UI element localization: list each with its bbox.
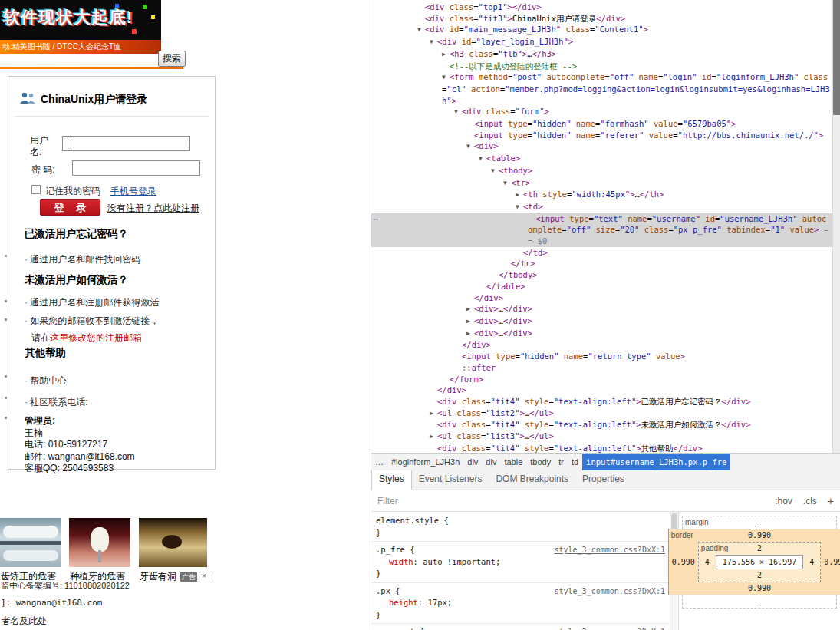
expand-arrow-icon[interactable]: ▶	[466, 304, 474, 315]
collapse-arrow-icon[interactable]: ▼	[491, 166, 499, 177]
collapse-arrow-icon[interactable]: ▼	[503, 178, 511, 190]
tree-node[interactable]: ▼<td>	[371, 201, 840, 213]
ad-image-braces[interactable]	[0, 518, 61, 567]
tree-node[interactable]: ▼<table>	[371, 153, 840, 165]
ad-image-cavity[interactable]	[139, 518, 207, 567]
help-center-link[interactable]: 帮助中心	[25, 374, 67, 388]
tree-node[interactable]: <div class="tit4" style="text-align:left…	[371, 443, 840, 453]
tree-node[interactable]: ▶<div>…</div>	[371, 315, 840, 328]
collapse-arrow-icon[interactable]: ▼	[417, 25, 425, 36]
mobile-login-link[interactable]: 手机号登录	[110, 185, 156, 198]
tree-node[interactable]: <div class="tit4" style="text-align:left…	[371, 419, 840, 430]
tab-dom-breakpoints[interactable]: DOM Breakpoints	[489, 470, 575, 490]
padding-top-value[interactable]: 2	[757, 544, 762, 552]
collapse-arrow-icon[interactable]: ▼	[442, 72, 450, 84]
tree-node[interactable]: </div>	[371, 384, 840, 396]
tree-node[interactable]: ▼<div id="layer_login_LJH3h">	[371, 36, 840, 48]
box-model-border[interactable]: border 0.990 0.990 padding 2	[668, 529, 840, 595]
tree-node[interactable]: <input type="hidden" name="referer" valu…	[371, 130, 840, 141]
filter-input[interactable]: Filter	[377, 496, 764, 506]
collapse-arrow-icon[interactable]: ▼	[516, 202, 523, 213]
toggle-hover-state-button[interactable]: :hov	[775, 496, 792, 506]
tree-node[interactable]: ▼<div>	[371, 140, 840, 153]
tab-styles[interactable]: Styles	[371, 470, 412, 490]
expand-arrow-icon[interactable]: ▶	[466, 328, 474, 340]
breadcrumb-item[interactable]: #loginform_LJH3h	[387, 454, 463, 470]
tab-properties[interactable]: Properties	[575, 470, 631, 490]
padding-right-value[interactable]: 4	[803, 558, 820, 566]
stylesheet-link[interactable]: style_3_common.css?DxX:1	[555, 585, 666, 598]
tab-event-listeners[interactable]: Event Listeners	[412, 470, 489, 490]
tree-node[interactable]: ▶<div>…</div>	[371, 303, 840, 315]
breadcrumb-item[interactable]: table	[500, 454, 526, 470]
tree-node[interactable]: <input type="hidden" name="return_type" …	[371, 351, 840, 362]
tree-node[interactable]: </div>	[371, 339, 840, 351]
tree-node[interactable]: ▼<div id="main_message_LJH3h" class="Con…	[371, 24, 840, 36]
collapse-arrow-icon[interactable]: ▼	[454, 107, 462, 118]
css-property[interactable]: width: auto !important;	[376, 556, 665, 569]
rule-selector[interactable]: .px {	[376, 585, 400, 598]
tree-node[interactable]: <div class="tit3">ChinaUnix用户请登录</div>	[371, 13, 840, 25]
stylesheet-link[interactable]: style_3_common.css?DxX:1	[555, 626, 666, 630]
scrollbar-thumb[interactable]	[833, 0, 840, 115]
tree-node[interactable]: ▶<div>…</div>	[371, 328, 840, 340]
tree-node[interactable]: </div>	[371, 292, 840, 304]
breadcrumb-item[interactable]: input#username_LJH3h.px.p_fre	[582, 454, 730, 470]
expand-arrow-icon[interactable]: ▶	[516, 190, 523, 201]
tree-node[interactable]: </tbody>	[371, 269, 840, 281]
search-button[interactable]: 搜索	[158, 51, 186, 67]
ad-caption-text[interactable]: 牙齿有洞	[140, 570, 176, 583]
border-left-value[interactable]: 0.990	[669, 558, 698, 566]
expand-arrow-icon[interactable]: ▶	[442, 49, 450, 61]
tree-node[interactable]: ▶<ul class="list3">…</ul>	[371, 430, 840, 443]
modify-email-link[interactable]: 这里修改您的注册邮箱	[50, 332, 142, 343]
breadcrumb-item[interactable]: tr	[555, 454, 568, 470]
tree-node[interactable]: ▼<tr>	[371, 177, 840, 190]
margin-top-value[interactable]: -	[757, 518, 762, 526]
tree-node[interactable]: <input type="hidden" name="formhash" val…	[371, 118, 840, 130]
tree-node[interactable]: <input type="text" name="username" id="u…	[371, 213, 840, 247]
box-model-margin[interactable]: margin - border 0.990 0.990	[682, 516, 837, 609]
ad-close-icon[interactable]: ×	[199, 572, 209, 582]
elements-scrollbar[interactable]	[832, 0, 840, 453]
tree-node[interactable]: ▼<form method="post" autocomplete="off" …	[371, 71, 840, 106]
tree-node[interactable]: </tr>	[371, 258, 840, 269]
tree-node[interactable]: ▼<tbody>	[371, 165, 840, 177]
username-input[interactable]	[62, 136, 190, 151]
box-model-padding[interactable]: padding 2 4 175.556 × 16.997 4 2	[698, 542, 821, 582]
ad-banner[interactable]: 软件现状大起底! 动:精美图书随 / DTCC大会纪念T恤	[0, 0, 161, 54]
tree-node[interactable]: ::after	[371, 362, 840, 374]
rule-selector[interactable]: element.style {	[376, 515, 449, 527]
tree-node[interactable]: <div class="top1"></div>	[371, 2, 840, 13]
rule-selector[interactable]: .p_fre {	[376, 544, 415, 556]
collapse-arrow-icon[interactable]: ▼	[479, 153, 486, 165]
collapse-arrow-icon[interactable]: ▼	[430, 37, 437, 48]
tree-node[interactable]: ▶<ul class="list2">…</ul>	[371, 407, 840, 420]
breadcrumb-item[interactable]: …	[371, 454, 387, 470]
expand-arrow-icon[interactable]: ▶	[430, 408, 437, 420]
breadcrumb-item[interactable]: div	[482, 454, 500, 470]
remember-checkbox[interactable]	[31, 185, 41, 194]
border-top-value[interactable]: 0.990	[748, 531, 771, 539]
tree-node[interactable]: <div class="tit4" style="text-align:left…	[371, 396, 840, 407]
tree-node[interactable]: ▼<div class="form">	[371, 106, 840, 118]
expand-arrow-icon[interactable]: ▶	[430, 431, 437, 443]
padding-bottom-value[interactable]: 2	[757, 571, 762, 579]
rule-selector[interactable]: .px, .pt {	[376, 626, 424, 630]
breadcrumb-item[interactable]: tbody	[526, 454, 555, 470]
tree-node[interactable]: </td>	[371, 247, 840, 259]
node-menu-icon[interactable]: ⋯	[374, 213, 379, 225]
padding-left-value[interactable]: 4	[699, 558, 716, 566]
tree-node[interactable]: </form>	[371, 374, 840, 385]
collapse-arrow-icon[interactable]: ▼	[466, 141, 474, 153]
stylesheet-link[interactable]: style_3_common.css?DxX:1	[555, 544, 666, 556]
breadcrumb-item[interactable]: td	[568, 454, 582, 470]
toggle-class-button[interactable]: .cls	[803, 496, 817, 506]
box-model-content[interactable]: 175.556 × 16.997	[716, 555, 803, 569]
new-style-rule-button[interactable]: +	[828, 495, 834, 507]
ad-image-implant[interactable]	[69, 518, 130, 567]
password-input[interactable]	[72, 160, 200, 176]
login-button[interactable]: 登 录	[40, 199, 100, 216]
breadcrumb-item[interactable]: div	[463, 454, 482, 470]
tree-node[interactable]: <!--以下是成功登陆的登陆框 -->	[371, 61, 840, 72]
